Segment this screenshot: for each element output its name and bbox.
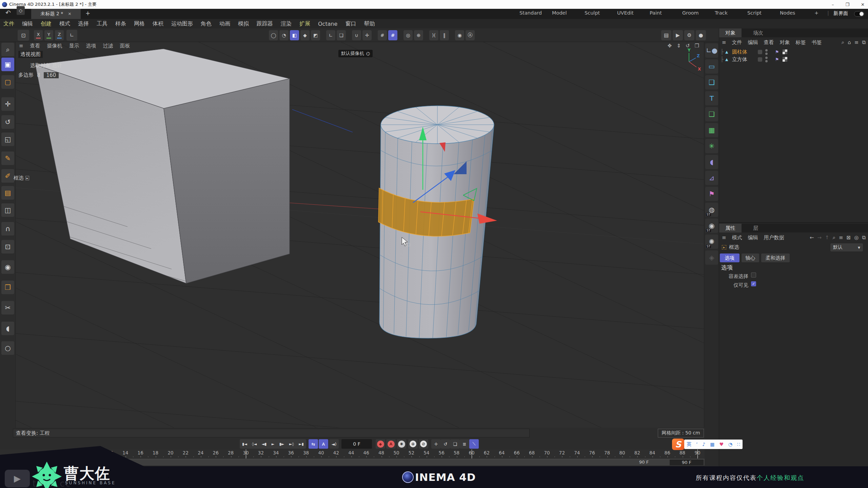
render-settings-icon[interactable]: ⚙: [684, 30, 694, 40]
menu-编辑[interactable]: 编辑: [22, 20, 33, 27]
stage-camera-icon[interactable]: ◉ST: [705, 219, 718, 233]
solo-mask-icon[interactable]: ◉: [1, 260, 14, 274]
lang-en-icon[interactable]: 英: [687, 441, 691, 447]
primitive-cube-icon[interactable]: ❑: [705, 75, 718, 89]
menu-运动图形[interactable]: 运动图形: [171, 20, 193, 27]
workplane-icon[interactable]: ∟: [326, 30, 335, 40]
current-frame-field[interactable]: 0 F: [341, 439, 372, 449]
object-mode-icon[interactable]: ◆: [300, 30, 310, 40]
maximize-view-icon[interactable]: ❐: [695, 43, 699, 49]
menu-帮助[interactable]: 帮助: [364, 20, 375, 27]
viewport-menu-查看[interactable]: 查看: [30, 43, 40, 49]
om-search-icon[interactable]: ⌕: [842, 39, 844, 45]
am-search-icon[interactable]: ⌕: [833, 235, 835, 241]
ui-toggle[interactable]: [854, 11, 864, 17]
viewport-menu-选项[interactable]: 选项: [86, 43, 96, 49]
render-view-icon[interactable]: ▤: [661, 30, 671, 40]
om-home-icon[interactable]: ⌂: [848, 39, 851, 45]
next-key-icon[interactable]: ►◊: [289, 442, 294, 446]
points-mode-icon[interactable]: ✎: [1, 151, 14, 165]
end-frame-field[interactable]: 90 F: [670, 460, 704, 465]
viewport-menu-过滤[interactable]: 过滤: [103, 43, 113, 49]
am-popout-icon[interactable]: ⧉: [862, 235, 866, 241]
am-button-选项[interactable]: 选项: [720, 253, 739, 262]
measure-tool-icon[interactable]: ◖: [1, 322, 14, 335]
view-label[interactable]: 透视视图: [18, 51, 43, 58]
om-menu-编辑[interactable]: 编辑: [748, 39, 758, 46]
new-ui-label[interactable]: 新界面: [833, 10, 848, 17]
live-select-icon[interactable]: ▢: [1, 75, 14, 89]
object-row-圆柱体[interactable]: ├▲圆柱体⚑: [719, 48, 868, 56]
hex-eye-icon[interactable]: ◉: [455, 30, 464, 40]
menu-渲染[interactable]: 渲染: [281, 20, 292, 27]
record-pla-icon[interactable]: ⟍: [469, 439, 479, 449]
generator-gear-icon[interactable]: ✳: [705, 139, 718, 153]
axis-lock-x[interactable]: X: [34, 30, 43, 40]
menu-样条[interactable]: 样条: [115, 20, 126, 27]
viewport-menu-面板[interactable]: 面板: [120, 43, 130, 49]
nucleus-icon[interactable]: ○: [1, 341, 14, 355]
render-active-icon[interactable]: ▶: [673, 30, 683, 40]
undo-icon[interactable]: ↶: [5, 9, 11, 16]
enable-axis-icon[interactable]: ◯: [269, 30, 278, 40]
record-rotate-icon[interactable]: ↺: [441, 439, 450, 449]
record-scale-icon[interactable]: ❏: [450, 439, 460, 449]
scale-tool-icon[interactable]: ◱: [1, 133, 14, 146]
om-menu-文件[interactable]: 文件: [732, 39, 742, 46]
om-popout-icon[interactable]: ⧉: [862, 39, 866, 45]
timeline-ruler[interactable]: 1214161820222426283032343638404244464850…: [0, 449, 705, 459]
menu-扩展[interactable]: 扩展: [299, 20, 310, 27]
plane-icon[interactable]: ❏: [337, 30, 346, 40]
checkbox-容差选择[interactable]: [751, 272, 756, 278]
axis-gear-icon[interactable]: ‖: [440, 30, 449, 40]
axis-lock-z[interactable]: Z: [55, 30, 64, 40]
goto-end-icon[interactable]: ►▮: [299, 442, 304, 446]
goto-start-icon[interactable]: ▮◄: [242, 442, 247, 446]
am-hamburger-icon[interactable]: ≡: [722, 235, 726, 241]
om-menu-对象[interactable]: 对象: [780, 39, 790, 46]
snap-icon[interactable]: ✛: [362, 30, 372, 40]
layout-tab-groom[interactable]: Groom: [682, 10, 699, 16]
record-param-icon[interactable]: ≣: [460, 439, 469, 449]
am-back-icon[interactable]: ←: [810, 235, 814, 241]
next-frame-icon[interactable]: ▮►: [279, 442, 284, 446]
keyboard-icon[interactable]: ▦: [710, 442, 714, 447]
layout-tab-nodes[interactable]: Nodes: [780, 10, 795, 16]
layout-tab-sculpt[interactable]: Sculpt: [585, 10, 600, 16]
key-diamond-button[interactable]: ◇: [17, 6, 25, 15]
am-forward-icon[interactable]: →: [817, 235, 822, 241]
am-menu-用户数据[interactable]: 用户数据: [764, 235, 784, 241]
om-menu-标签[interactable]: 标签: [796, 39, 806, 46]
grid-icon[interactable]: #: [378, 30, 387, 40]
light-icon[interactable]: ✺ST: [705, 235, 718, 249]
animation-mode-icon[interactable]: ◩: [311, 30, 320, 40]
sky-icon[interactable]: ◍ST: [705, 203, 718, 217]
chat-icon[interactable]: ◔: [728, 442, 732, 447]
viewport-menu-显示[interactable]: 显示: [69, 43, 79, 49]
polygons-mode-icon[interactable]: ▤: [1, 186, 14, 200]
am-filter-icon[interactable]: ≡: [839, 235, 843, 241]
deformer-icon[interactable]: ◖: [705, 155, 718, 169]
move-tool-icon[interactable]: ✛: [1, 97, 14, 111]
autokey-red-icon[interactable]: A: [386, 439, 396, 449]
am-up-icon[interactable]: ↑: [825, 235, 829, 241]
sogou-logo-icon[interactable]: S: [672, 439, 684, 450]
menu-窗口[interactable]: 窗口: [345, 20, 356, 27]
loop-playback-icon[interactable]: ⇆: [309, 439, 318, 449]
spline-rect-icon[interactable]: ▭: [705, 59, 718, 74]
am-menu-模式[interactable]: 模式: [732, 235, 742, 241]
hex-a-icon[interactable]: Ⓐ: [466, 30, 475, 40]
sound-icon[interactable]: ◄): [329, 439, 339, 449]
add-tab-button[interactable]: +: [85, 10, 90, 17]
orbit-icon[interactable]: ↺: [686, 43, 690, 49]
uv-cubes-icon[interactable]: ❒: [1, 281, 14, 294]
checkbox-仅可见[interactable]: ✓: [751, 281, 756, 286]
minimize-button[interactable]: –: [832, 2, 834, 7]
axis-lock-icon[interactable]: ∟: [66, 30, 77, 41]
cloner-icon[interactable]: ▦: [705, 123, 718, 137]
target-icon[interactable]: ⊕: [414, 30, 423, 40]
object-row-立方体[interactable]: ├▲立方体⚑: [719, 56, 868, 63]
menu-体积[interactable]: 体积: [153, 20, 163, 27]
camera-pill[interactable]: 默认摄像机 ⌬: [338, 50, 373, 57]
disabled-shield-icon[interactable]: ◈: [705, 250, 718, 265]
